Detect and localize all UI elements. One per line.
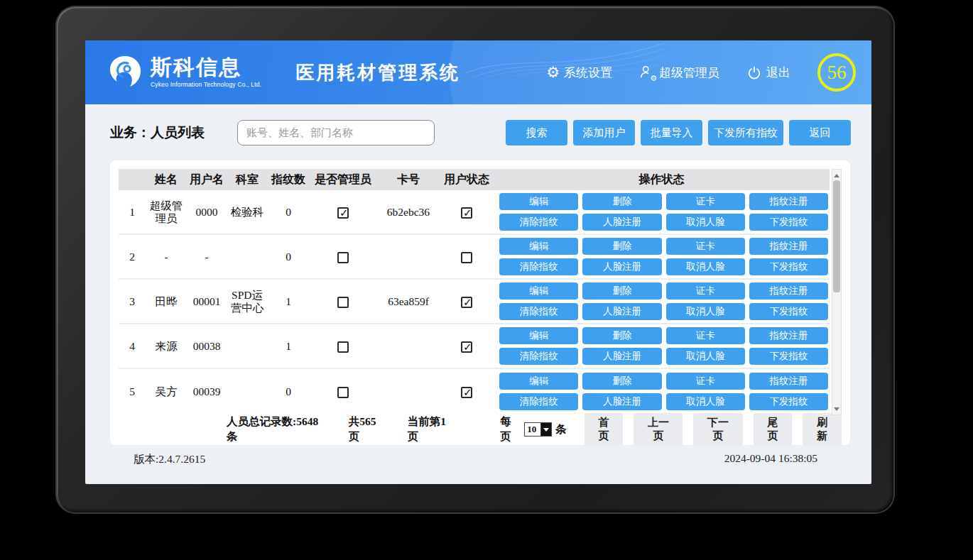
send-fingerprint-button[interactable]: 下发指纹 <box>749 214 828 231</box>
edit-button[interactable]: 编辑 <box>499 282 578 300</box>
is-admin-checkbox[interactable] <box>337 252 349 263</box>
user-status-checkbox[interactable] <box>461 207 472 219</box>
next-page-button[interactable]: 下一页 <box>693 413 742 446</box>
user-status-checkbox[interactable] <box>461 297 472 308</box>
send-all-fingerprints-button[interactable]: 下发所有指纹 <box>708 120 783 146</box>
back-button[interactable]: 返回 <box>789 120 851 146</box>
fingerprint-register-button[interactable]: 指纹注册 <box>749 327 828 344</box>
fingerprint-register-button[interactable]: 指纹注册 <box>749 373 828 390</box>
send-fingerprint-button[interactable]: 下发指纹 <box>749 258 828 275</box>
user-status-checkbox[interactable] <box>461 252 472 263</box>
per-page-select[interactable]: 10 <box>524 422 552 437</box>
cancel-face-button[interactable]: 取消人脸 <box>666 258 745 275</box>
card-button[interactable]: 证卡 <box>666 282 745 300</box>
cell-name: 超级管理员 <box>146 199 187 225</box>
is-admin-checkbox[interactable] <box>337 387 349 398</box>
per-page-control: 每页 10 条 <box>500 414 567 444</box>
batch-import-button[interactable]: 批量导入 <box>641 120 702 146</box>
delete-button[interactable]: 删除 <box>582 373 661 390</box>
current-user-button[interactable]: ⚙ 超级管理员 <box>639 65 719 81</box>
scrollbar-thumb[interactable] <box>833 180 840 292</box>
scroll-up-arrow-icon[interactable] <box>832 171 841 180</box>
fingerprint-register-button[interactable]: 指纹注册 <box>749 238 828 255</box>
page-title: 医用耗材管理系统 <box>295 60 460 85</box>
clear-fingerprint-button[interactable]: 清除指纹 <box>499 303 578 320</box>
row-index: 4 <box>119 340 146 353</box>
add-user-button[interactable]: 添加用户 <box>573 120 635 146</box>
logo-icon <box>107 54 143 91</box>
person-list-card: 姓名 用户名 科室 指纹数 是否管理员 卡号 用户状态 操作状态 1 超级管理员… <box>110 160 850 445</box>
send-fingerprint-button[interactable]: 下发指纹 <box>749 393 828 410</box>
clear-fingerprint-button[interactable]: 清除指纹 <box>499 393 578 410</box>
user-status-checkbox[interactable] <box>461 341 472 353</box>
mini-gear-icon: ⚙ <box>650 75 657 82</box>
system-settings-button[interactable]: ⚙ 系统设置 <box>546 65 612 81</box>
is-admin-checkbox[interactable] <box>337 297 349 308</box>
row-actions: 编辑删除证卡指纹注册清除指纹人脸注册取消人脸下发指纹 <box>494 280 830 323</box>
send-fingerprint-button[interactable]: 下发指纹 <box>749 348 828 365</box>
countdown-badge[interactable]: 56 <box>817 53 856 92</box>
cancel-face-button[interactable]: 取消人脸 <box>666 214 745 231</box>
scroll-down-arrow-icon[interactable] <box>832 405 841 413</box>
admin-user-icon: ⚙ <box>639 65 655 80</box>
cell-username: 0000 <box>187 206 227 219</box>
search-button[interactable]: 搜索 <box>506 120 567 146</box>
cell-username: 00039 <box>187 385 227 398</box>
total-records-label: 人员总记录数:5648条 <box>227 414 327 444</box>
vertical-scrollbar[interactable] <box>832 169 842 415</box>
cancel-face-button[interactable]: 取消人脸 <box>666 393 745 410</box>
cell-username: 00038 <box>187 340 227 353</box>
row-actions: 编辑删除证卡指纹注册清除指纹人脸注册取消人脸下发指纹 <box>494 324 830 368</box>
toolbar: 业务：人员列表 搜索 添加用户 批量导入 下发所有指纹 返回 <box>85 104 871 150</box>
is-admin-checkbox[interactable] <box>337 207 349 219</box>
cell-name: - <box>146 251 187 263</box>
cancel-face-button[interactable]: 取消人脸 <box>666 348 745 365</box>
screen: 斯科信息 Cykeo Information Technology Co., L… <box>85 40 871 484</box>
card-button[interactable]: 证卡 <box>666 238 745 255</box>
cancel-face-button[interactable]: 取消人脸 <box>666 303 745 320</box>
cell-card-number: 63ea859f <box>377 295 440 308</box>
col-card-number: 卡号 <box>377 172 440 187</box>
col-is-admin: 是否管理员 <box>309 172 377 187</box>
device-bezel: 斯科信息 Cykeo Information Technology Co., L… <box>57 7 893 512</box>
row-actions: 编辑删除证卡指纹注册清除指纹人脸注册取消人脸下发指纹 <box>494 370 830 413</box>
card-button[interactable]: 证卡 <box>666 193 745 210</box>
refresh-button[interactable]: 刷新 <box>803 413 842 446</box>
fingerprint-register-button[interactable]: 指纹注册 <box>749 193 828 210</box>
search-input[interactable] <box>237 120 435 146</box>
cell-card-number: 6b2ebc36 <box>377 206 440 219</box>
face-register-button[interactable]: 人脸注册 <box>582 258 661 275</box>
delete-button[interactable]: 删除 <box>582 282 661 300</box>
first-page-button[interactable]: 首页 <box>585 413 624 446</box>
edit-button[interactable]: 编辑 <box>499 238 578 255</box>
face-register-button[interactable]: 人脸注册 <box>582 214 661 231</box>
is-admin-checkbox[interactable] <box>337 341 349 353</box>
logout-button[interactable]: 退出 <box>746 65 790 81</box>
delete-button[interactable]: 删除 <box>582 238 661 255</box>
edit-button[interactable]: 编辑 <box>499 373 578 390</box>
prev-page-button[interactable]: 上一页 <box>634 413 683 446</box>
face-register-button[interactable]: 人脸注册 <box>582 393 661 410</box>
table-row: 1 超级管理员 0000 检验科 0 6b2ebc36 编辑删除证卡指纹注册清除… <box>119 190 830 235</box>
system-settings-label: 系统设置 <box>564 65 612 81</box>
delete-button[interactable]: 删除 <box>582 327 661 344</box>
last-page-button[interactable]: 尾页 <box>754 413 793 446</box>
fingerprint-register-button[interactable]: 指纹注册 <box>749 282 828 300</box>
user-status-checkbox[interactable] <box>461 387 472 398</box>
delete-button[interactable]: 删除 <box>582 193 661 210</box>
cell-department: 检验科 <box>227 206 268 219</box>
face-register-button[interactable]: 人脸注册 <box>582 303 661 320</box>
chevron-down-icon[interactable] <box>540 423 551 436</box>
row-index: 1 <box>119 206 146 219</box>
card-button[interactable]: 证卡 <box>666 327 745 344</box>
edit-button[interactable]: 编辑 <box>499 193 578 210</box>
row-actions: 编辑删除证卡指纹注册清除指纹人脸注册取消人脸下发指纹 <box>494 235 830 278</box>
clear-fingerprint-button[interactable]: 清除指纹 <box>499 348 578 365</box>
send-fingerprint-button[interactable]: 下发指纹 <box>749 303 828 320</box>
cell-fingerprint-count: 1 <box>268 340 309 353</box>
card-button[interactable]: 证卡 <box>666 373 745 390</box>
face-register-button[interactable]: 人脸注册 <box>582 348 661 365</box>
clear-fingerprint-button[interactable]: 清除指纹 <box>499 214 578 231</box>
edit-button[interactable]: 编辑 <box>499 327 578 344</box>
clear-fingerprint-button[interactable]: 清除指纹 <box>499 258 578 275</box>
